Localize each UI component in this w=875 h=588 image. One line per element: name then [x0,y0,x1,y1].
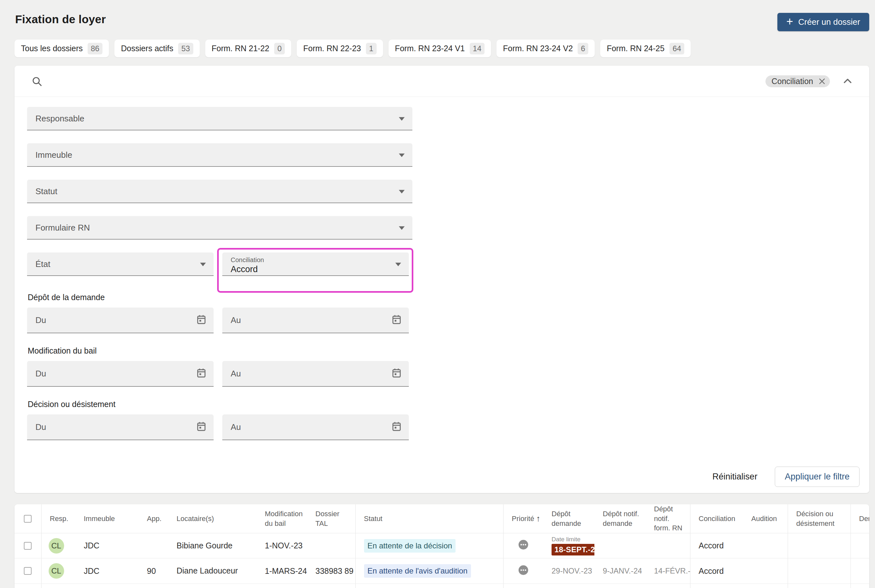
immeuble-select[interactable]: Immeuble [27,143,412,167]
tab-label: Dossiers actifs [121,44,173,53]
calendar-icon[interactable] [391,368,402,380]
cell-immeuble: JDC [75,533,138,558]
depot-demande-au-input[interactable]: Au [222,308,409,333]
chevron-down-icon [399,226,404,230]
col-audition: Audition [743,504,788,533]
calendar-icon[interactable] [196,314,206,326]
section-depot-demande-title: Dépôt de la demande [28,293,857,302]
decision-du-input[interactable]: Du [27,414,213,440]
chevron-down-icon [395,262,401,266]
du-label: Du [35,315,46,325]
col-priorite-label: Priorité [512,514,534,524]
col-modification-bail: Modification du bail [256,504,307,533]
col-locataires: Locataire(s) [168,504,256,533]
cell-decision [788,533,851,558]
tab-count-badge: 53 [178,43,193,54]
tab-label: Form. RN 23-24 V2 [503,44,573,53]
tab-count-badge: 6 [577,43,588,54]
page-title: Fixation de loyer [15,13,106,26]
search-row: Conciliation [15,66,869,97]
cell-dossier-tal: 434343 43 4... [307,584,355,588]
immeuble-label: Immeuble [35,150,72,160]
filter-panel: Conciliation Responsable Immeuble Statut… [15,66,869,493]
cell-audition [743,584,788,588]
close-icon[interactable] [818,77,826,86]
table-row[interactable]: CL JDC 90 Diane Ladouceur 1-MARS-24 3389… [15,558,869,584]
tab-count-badge: 0 [274,43,285,54]
chevron-down-icon [399,153,404,157]
collapse-filters-button[interactable] [842,76,853,87]
table-header-row: Resp. Immeuble App. Locataire(s) Modific… [15,504,869,533]
select-all-checkbox[interactable] [24,515,32,523]
tab-form-rn-22-23[interactable]: Form. RN 22-23 1 [297,40,383,57]
formulaire-rn-select[interactable]: Formulaire RN [27,216,412,240]
cell-depot-demande: 29-NOV.-23 [543,558,594,584]
tab-form-rn-23-24-v2[interactable]: Form. RN 23-24 V2 6 [496,40,595,57]
apply-filter-button[interactable]: Appliquer le filtre [775,466,860,487]
cell-modification-bail: 1-NOV.-23 [256,533,307,558]
cell-immeuble: JDC [75,558,138,584]
tab-form-rn-23-24-v1[interactable]: Form. RN 23-24 V1 14 [388,40,491,57]
reset-button[interactable]: Réinitialiser [708,468,762,485]
col-app: App. [138,504,168,533]
table-row[interactable]: CL JDC Bibiane Gourde 1-NOV.-23 En atten… [15,533,869,558]
col-immeuble: Immeuble [75,504,138,533]
cell-derniere: Co [851,584,869,588]
cell-dossier-tal [307,533,355,558]
modification-bail-du-input[interactable]: Du [27,361,213,387]
tab-form-rn-24-25[interactable]: Form. RN 24-25 64 [600,40,691,57]
cell-locataires: Gilbert GrandmaisonAnnette Corriveau [168,584,256,588]
tab-label: Form. RN 21-22 [212,44,269,53]
section-modification-bail-title: Modification du bail [28,346,857,356]
cell-locataires: Bibiane Gourde [168,533,256,558]
modification-bail-au-input[interactable]: Au [222,361,409,387]
plus-icon: + [786,16,793,27]
chevron-down-icon [200,262,206,266]
cell-decision [788,558,851,584]
chevron-down-icon [399,117,404,120]
statut-label: Statut [35,186,57,196]
avatar: CL [49,563,64,579]
calendar-icon[interactable] [196,421,206,433]
active-filter-chip-conciliation[interactable]: Conciliation [765,75,830,87]
depot-demande-du-input[interactable]: Du [27,308,213,333]
calendar-icon[interactable] [391,421,402,433]
conciliation-select[interactable]: Conciliation Accord [222,252,409,276]
row-checkbox[interactable] [24,542,32,550]
cell-modification-bail: 1-NOV.-23 [256,584,307,588]
cell-audition [743,558,788,584]
priority-in-progress-icon [517,564,529,576]
cell-audition [743,533,788,558]
responsable-select[interactable]: Responsable [27,107,412,130]
col-derniere: Der [851,504,869,533]
dossiers-table: Resp. Immeuble App. Locataire(s) Modific… [15,504,869,588]
calendar-icon[interactable] [391,314,402,326]
col-priorite[interactable]: Priorité↑ [503,504,543,533]
search-icon [31,76,42,87]
col-statut: Statut [355,504,503,533]
decision-au-input[interactable]: Au [222,414,409,440]
filter-tabs: Tous les dossiers 86 Dossiers actifs 53 … [15,40,869,57]
col-depot-demande: Dépôt demande [543,504,594,533]
tab-count-badge: 1 [366,43,377,54]
section-decision-desistement-title: Décision ou désistement [28,400,857,409]
tab-count-badge: 14 [470,43,485,54]
col-decision-desistement: Décision ou désistement [788,504,851,533]
calendar-icon[interactable] [196,368,206,380]
create-dossier-button[interactable]: + Créer un dossier [777,13,869,31]
status-badge: En attente de l'avis d'audition [364,564,471,578]
cell-conciliation: Accord [690,558,743,584]
tab-label: Form. RN 23-24 V1 [395,44,465,53]
etat-select[interactable]: État [27,252,213,276]
tab-form-rn-21-22[interactable]: Form. RN 21-22 0 [205,40,292,57]
topbar: Fixation de loyer + Créer un dossier [15,0,869,31]
statut-select[interactable]: Statut [27,180,412,203]
chevron-up-icon [842,76,853,87]
tab-dossiers-actifs[interactable]: Dossiers actifs 53 [114,40,199,57]
row-checkbox[interactable] [24,567,32,575]
table-row[interactable]: CL CDT 211 Gilbert GrandmaisonAnnette Co… [15,584,869,588]
search-input[interactable] [51,76,765,86]
tab-tous-les-dossiers[interactable]: Tous les dossiers 86 [15,40,109,57]
col-depot-notif-form-rn: Dépôt notif. form. RN [646,504,690,533]
cell-derniere [851,533,869,558]
